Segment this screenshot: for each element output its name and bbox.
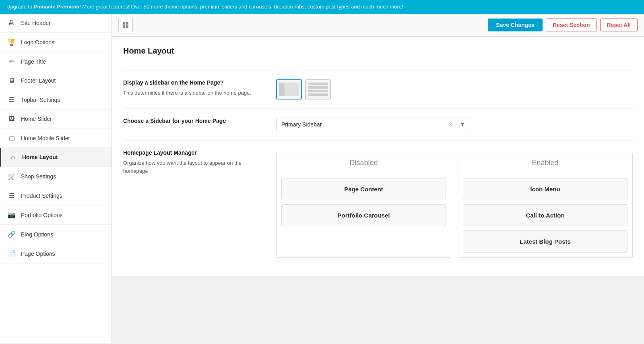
list-item[interactable]: Call to Action xyxy=(463,204,627,226)
disabled-column-header: Disabled xyxy=(277,153,451,173)
sidebar-item-label: Portfolio Options xyxy=(21,212,63,218)
sidebar-item-home-slider[interactable]: 🖼 Home Slider xyxy=(0,110,111,128)
layout-option-sidebar-left[interactable] xyxy=(276,79,302,99)
sidebar-item-label: Logo Options xyxy=(21,39,54,46)
enabled-items-list: Icon Menu Call to Action Latest Blog Pos… xyxy=(458,173,632,257)
sidebar-item-shop-settings[interactable]: 🛒 Shop Settings xyxy=(0,167,111,186)
sidebar-display-label: Display a sidebar on the Home Page? xyxy=(123,79,260,86)
list-item[interactable]: Portfolio Carousel xyxy=(281,204,446,226)
sidebar-item-logo-options[interactable]: 🏆 Logo Options xyxy=(0,33,111,52)
cart-icon: 🛒 xyxy=(7,172,16,180)
list-item[interactable]: Page Content xyxy=(281,178,446,200)
reset-all-button[interactable]: Reset All xyxy=(600,19,638,31)
content-area: Home Layout Display a sidebar on the Hom… xyxy=(112,37,644,276)
sidebar-item-label: Shop Settings xyxy=(21,173,56,180)
list-icon: ☰ xyxy=(7,96,16,104)
sidebar-select[interactable]: Primary Sidebar × ▼ xyxy=(276,118,469,131)
select-clear-button[interactable]: × xyxy=(446,121,456,128)
sidebar-item-label: Page Title xyxy=(21,58,46,65)
home-icon: ⌂ xyxy=(8,153,17,161)
select-value: Primary Sidebar xyxy=(277,118,446,131)
layout-icon-button[interactable] xyxy=(118,18,133,32)
sidebar-item-label: Home Slider xyxy=(21,116,52,122)
pinnacle-premium-link[interactable]: Pinnacle Premium! xyxy=(34,4,81,10)
enabled-column: Enabled Icon Menu Call to Action Latest … xyxy=(458,153,633,258)
grid-icon xyxy=(122,22,129,28)
list-item[interactable]: Icon Menu xyxy=(463,178,627,200)
layout-manager-setting: Homepage Layout Manager Organize how you… xyxy=(123,140,633,267)
sidebar-item-portfolio-options[interactable]: 📷 Portfolio Options xyxy=(0,205,111,225)
camera-icon: 📷 xyxy=(7,211,16,219)
layout-manager-control: Disabled Page Content Portfolio Carousel… xyxy=(276,149,633,258)
sidebar-display-desc: This determines if there is a sidebar on… xyxy=(123,89,260,97)
choose-sidebar-setting: Choose a Sidebar for your Home Page Prim… xyxy=(123,108,633,140)
disabled-items-list: Page Content Portfolio Carousel xyxy=(277,173,451,231)
sidebar-item-product-settings[interactable]: ☰ Product Settings xyxy=(0,186,111,205)
enabled-column-header: Enabled xyxy=(458,153,632,173)
image-icon: 🖼 xyxy=(7,115,16,122)
link-icon: 🔗 xyxy=(7,230,16,238)
sidebar-item-site-header[interactable]: 🖶 Site Header xyxy=(0,14,111,33)
sidebar-display-setting: Display a sidebar on the Home Page? This… xyxy=(123,70,633,108)
file-icon: 📄 xyxy=(7,250,16,257)
sidebar-item-label: Topbar Settings xyxy=(21,97,60,103)
sidebar-item-page-options[interactable]: 📄 Page Options xyxy=(0,244,111,263)
barcode-icon: ☰ xyxy=(7,192,16,199)
desktop-icon: 🖥 xyxy=(7,77,16,84)
sidebar-item-home-layout[interactable]: ⌂ Home Layout xyxy=(0,148,111,167)
sidebar-item-page-title[interactable]: ✏ Page Title xyxy=(0,52,111,71)
select-arrow-icon[interactable]: ▼ xyxy=(456,122,469,127)
reset-section-button[interactable]: Reset Section xyxy=(546,19,597,31)
layout-option-no-sidebar[interactable] xyxy=(305,79,331,99)
sidebar-item-topbar-settings[interactable]: ☰ Topbar Settings xyxy=(0,90,111,110)
sidebar-item-label: Home Layout xyxy=(22,154,58,160)
sidebar-item-blog-options[interactable]: 🔗 Blog Options xyxy=(0,225,111,244)
sidebar-item-label: Page Options xyxy=(21,251,55,257)
svg-rect-3 xyxy=(126,25,128,28)
layout-manager: Disabled Page Content Portfolio Carousel… xyxy=(276,153,633,258)
top-banner: Upgrade to Pinnacle Premium! More great … xyxy=(0,0,644,14)
sidebar-item-label: Site Header xyxy=(21,20,51,26)
layout-selector xyxy=(276,79,633,99)
save-changes-button[interactable]: Save Changes xyxy=(488,19,543,31)
main-content: Save Changes Reset Section Reset All Hom… xyxy=(112,14,644,343)
sidebar-select-control: Primary Sidebar × ▼ xyxy=(276,118,633,131)
toolbar: Save Changes Reset Section Reset All xyxy=(112,14,644,37)
sidebar-item-label: Footer Layout xyxy=(21,77,56,84)
sidebar-item-label: Product Settings xyxy=(21,193,62,199)
square-icon: ▢ xyxy=(7,134,16,142)
sidebar: 🖶 Site Header 🏆 Logo Options ✏ Page Titl… xyxy=(0,14,112,343)
sidebar-item-label: Blog Options xyxy=(21,231,53,238)
layout-manager-label: Homepage Layout Manager xyxy=(123,149,260,156)
disabled-column: Disabled Page Content Portfolio Carousel xyxy=(276,153,451,258)
list-item[interactable]: Latest Blog Posts xyxy=(463,230,627,253)
svg-rect-2 xyxy=(123,25,125,28)
sidebar-item-label: Home Mobile Slider xyxy=(21,135,70,141)
monitor-icon: 🖶 xyxy=(7,19,16,27)
pencil-icon: ✏ xyxy=(7,58,16,65)
svg-rect-0 xyxy=(123,22,125,25)
svg-rect-1 xyxy=(126,22,128,25)
trophy-icon: 🏆 xyxy=(7,38,16,46)
choose-sidebar-label: Choose a Sidebar for your Home Page xyxy=(123,118,260,124)
layout-selector-control xyxy=(276,79,633,99)
page-title: Home Layout xyxy=(123,46,633,60)
layout-manager-desc: Organize how you want the layout to appe… xyxy=(123,159,260,175)
sidebar-item-home-mobile-slider[interactable]: ▢ Home Mobile Slider xyxy=(0,128,111,148)
sidebar-item-footer-layout[interactable]: 🖥 Footer Layout xyxy=(0,71,111,90)
